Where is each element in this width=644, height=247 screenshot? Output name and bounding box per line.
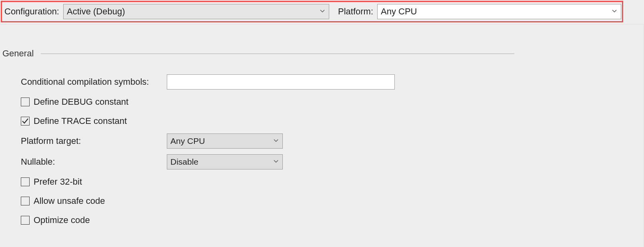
row-optimize: Optimize code [21,211,501,230]
row-define-trace: Define TRACE constant [21,112,501,131]
prefer-32bit-label: Prefer 32-bit [34,177,82,187]
section-general-title: General [2,48,34,59]
cond-symbols-input[interactable] [167,74,395,90]
configuration-value: Active (Debug) [67,6,125,17]
platform-target-dropdown[interactable]: Any CPU [167,133,283,149]
row-nullable: Nullable: Disable [21,151,501,172]
configuration-dropdown[interactable]: Active (Debug) [63,4,329,19]
prefer-32bit-checkbox[interactable]: Prefer 32-bit [21,177,82,187]
checkbox-box [21,197,30,205]
define-trace-label: Define TRACE constant [34,116,127,126]
row-allow-unsafe: Allow unsafe code [21,191,501,211]
checkbox-box [21,117,30,125]
section-general-header: General [2,48,514,59]
platform-dropdown[interactable]: Any CPU [377,4,621,19]
row-cond-symbols: Conditional compilation symbols: [21,72,501,92]
platform-label: Platform: [338,6,373,17]
platform-value: Any CPU [381,6,417,17]
chevron-down-icon [612,8,617,15]
cond-symbols-label: Conditional compilation symbols: [21,77,167,87]
chevron-down-icon [274,138,278,144]
checkbox-box [21,98,30,106]
checkbox-box [21,216,30,225]
checkbox-box [21,177,30,186]
nullable-value: Disable [170,157,198,167]
define-trace-checkbox[interactable]: Define TRACE constant [21,116,127,126]
allow-unsafe-label: Allow unsafe code [34,196,105,206]
platform-target-value: Any CPU [170,136,205,146]
row-platform-target: Platform target: Any CPU [21,131,501,151]
nullable-label: Nullable: [21,157,167,167]
row-define-debug: Define DEBUG constant [21,92,501,112]
row-prefer-32bit: Prefer 32-bit [21,172,501,191]
configuration-label: Configuration: [4,6,59,17]
define-debug-label: Define DEBUG constant [34,97,128,107]
build-settings-panel: General Conditional compilation symbols:… [0,24,644,247]
chevron-down-icon [320,8,325,15]
config-platform-bar: Configuration: Active (Debug) Platform: … [1,1,623,22]
chevron-down-icon [274,159,278,165]
section-divider [41,54,514,54]
general-form: Conditional compilation symbols: Define … [21,72,501,230]
define-debug-checkbox[interactable]: Define DEBUG constant [21,97,128,107]
optimize-code-checkbox[interactable]: Optimize code [21,215,90,225]
allow-unsafe-checkbox[interactable]: Allow unsafe code [21,196,105,206]
nullable-dropdown[interactable]: Disable [167,154,283,169]
optimize-label: Optimize code [34,215,90,225]
platform-target-label: Platform target: [21,136,167,146]
